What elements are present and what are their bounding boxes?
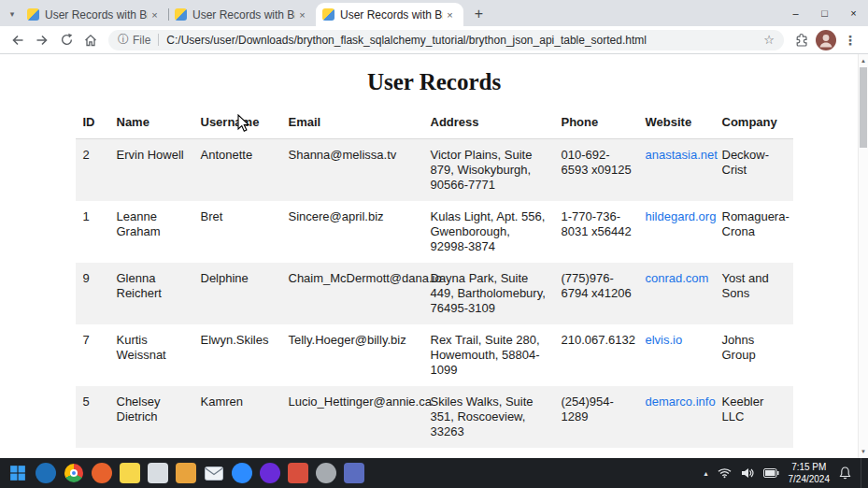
taskbar-app-zoom[interactable] xyxy=(232,463,252,483)
tab-close-icon[interactable]: × xyxy=(148,7,162,22)
cell-id: 1 xyxy=(76,201,109,263)
cell-company: Keebler LLC xyxy=(715,386,793,448)
cell-username: Kamren xyxy=(193,386,281,448)
website-link[interactable]: elvis.io xyxy=(646,333,683,347)
tray-expand-icon[interactable]: ▴ xyxy=(704,469,707,478)
vertical-scrollbar[interactable]: ▲ ▼ xyxy=(858,54,868,458)
cell-name: Patricia Lebsack xyxy=(109,448,193,458)
cell-username: Delphine xyxy=(193,263,281,324)
table-header-row: ID Name Username Email Address Phone Web… xyxy=(76,107,793,139)
tab-favicon xyxy=(322,8,334,21)
tab-close-icon[interactable]: × xyxy=(295,7,309,22)
bookmark-star-icon[interactable]: ☆ xyxy=(763,33,775,47)
tab-strip: ▾ User Records with Brython × User Recor… xyxy=(0,0,868,26)
tab-search-button[interactable]: ▾ xyxy=(4,3,21,25)
taskbar-app-chrome[interactable] xyxy=(64,463,84,483)
browser-menu-button[interactable]: ⋮ xyxy=(838,28,862,52)
cell-website: kale.biz xyxy=(638,448,715,458)
cell-id: 2 xyxy=(76,139,109,202)
chip-divider xyxy=(158,34,159,46)
taskbar-apps xyxy=(7,463,364,483)
column-header-company[interactable]: Company xyxy=(715,107,793,139)
tab-2[interactable]: User Records with Brython × xyxy=(168,3,316,26)
column-header-email[interactable]: Email xyxy=(281,107,423,139)
tab-3-active[interactable]: User Records with Brython × xyxy=(316,3,463,26)
cell-username: Elwyn.Skiles xyxy=(193,324,281,386)
cell-address: Skiles Walks, Suite 351, Roscoeview, 332… xyxy=(423,386,554,448)
reload-button[interactable] xyxy=(54,28,78,52)
clock-time: 7:15 PM xyxy=(789,461,831,473)
website-link[interactable]: kale.biz xyxy=(646,456,687,458)
column-header-name[interactable]: Name xyxy=(109,107,193,139)
website-link[interactable]: hildegard.org xyxy=(646,209,717,223)
taskbar-app-firefox[interactable] xyxy=(92,463,112,483)
table-row: 4 Patricia Lebsack Karianne Julianne.OCo… xyxy=(76,448,793,458)
table-row: 5 Chelsey Dietrich Kamren Lucio_Hettinge… xyxy=(76,386,793,448)
maximize-button[interactable]: □ xyxy=(810,0,839,26)
scroll-down-button[interactable]: ▼ xyxy=(859,446,868,457)
cell-name: Chelsey Dietrich xyxy=(109,386,193,448)
taskbar-app-paint[interactable] xyxy=(176,463,196,483)
tab-close-icon[interactable]: × xyxy=(443,7,457,22)
taskbar-app-teams[interactable] xyxy=(344,463,364,483)
tab-1[interactable]: User Records with Brython × xyxy=(21,3,168,26)
website-link[interactable]: conrad.com xyxy=(646,271,709,285)
taskbar-app-edge[interactable] xyxy=(36,463,56,483)
tab-title: User Records with Brython xyxy=(340,8,443,22)
column-header-id[interactable]: ID xyxy=(76,107,109,139)
page-content: User Records ID Name Username Email Addr… xyxy=(0,54,868,458)
cell-address: Victor Plains, Suite 879, Wisokyburgh, 9… xyxy=(423,139,554,202)
volume-icon[interactable] xyxy=(741,467,754,479)
maximize-icon: □ xyxy=(821,7,828,19)
battery-icon[interactable] xyxy=(763,468,779,478)
cell-id: 9 xyxy=(76,263,109,324)
column-header-phone[interactable]: Phone xyxy=(554,107,638,139)
column-header-website[interactable]: Website xyxy=(638,107,715,139)
cell-username: Bret xyxy=(193,201,281,263)
cell-email: Lucio_Hettinger@annie.ca xyxy=(281,386,423,448)
forward-icon xyxy=(35,33,50,48)
back-button[interactable] xyxy=(6,28,30,52)
taskbar-app-start[interactable] xyxy=(7,463,28,483)
cell-website: conrad.com xyxy=(638,263,715,324)
site-info-chip[interactable]: ⓘ File xyxy=(118,32,150,48)
forward-button[interactable] xyxy=(30,28,54,52)
taskbar-app-hbo-max[interactable] xyxy=(260,463,280,483)
profile-avatar[interactable] xyxy=(814,28,838,52)
minimize-button[interactable]: – xyxy=(781,0,810,26)
tab-title: User Records with Brython xyxy=(45,8,148,22)
show-desktop-button[interactable] xyxy=(861,458,864,488)
clock-date: 7/24/2024 xyxy=(789,473,831,485)
website-link[interactable]: demarco.info xyxy=(646,395,716,409)
notifications-icon[interactable] xyxy=(839,466,851,480)
column-header-address[interactable]: Address xyxy=(423,107,554,139)
url-text[interactable]: C:/Users/user/Downloads/brython_flask_sq… xyxy=(166,34,763,47)
home-button[interactable] xyxy=(78,28,103,52)
taskbar-app-recorder[interactable] xyxy=(316,463,336,483)
address-bar[interactable]: ⓘ File C:/Users/user/Downloads/brython_f… xyxy=(108,30,784,50)
scrollbar-thumb[interactable] xyxy=(860,67,867,148)
taskbar-app-sticky-notes[interactable] xyxy=(120,463,140,483)
cell-company: Deckow-Crist xyxy=(715,139,793,202)
file-scheme-label: File xyxy=(133,34,150,47)
taskbar-app-adobe[interactable] xyxy=(288,463,308,483)
cell-email: Sincere@april.biz xyxy=(281,201,423,263)
wifi-icon[interactable] xyxy=(718,467,732,479)
taskbar: ▴ 7:15 PM 7/24/2024 xyxy=(0,458,868,488)
taskbar-app-photos[interactable] xyxy=(148,463,168,483)
scroll-up-button[interactable]: ▲ xyxy=(859,55,868,66)
extensions-button[interactable] xyxy=(790,28,814,52)
close-button[interactable]: × xyxy=(839,0,868,26)
table-row: 7 Kurtis Weissnat Elwyn.Skiles Telly.Hoe… xyxy=(76,324,793,386)
cell-company: Yost and Sons xyxy=(715,263,793,324)
cell-company: Robel-Corkery xyxy=(715,448,793,458)
cell-phone: 493-170-9623 x156 xyxy=(554,448,638,458)
chevron-down-icon: ▾ xyxy=(10,9,15,19)
column-header-username[interactable]: Username xyxy=(193,107,281,139)
new-tab-button[interactable]: + xyxy=(467,2,491,25)
home-icon xyxy=(83,33,98,48)
tab-favicon xyxy=(27,8,39,21)
website-link[interactable]: anastasia.net xyxy=(646,148,718,162)
taskbar-clock[interactable]: 7:15 PM 7/24/2024 xyxy=(789,461,831,485)
taskbar-app-mail[interactable] xyxy=(204,463,224,483)
